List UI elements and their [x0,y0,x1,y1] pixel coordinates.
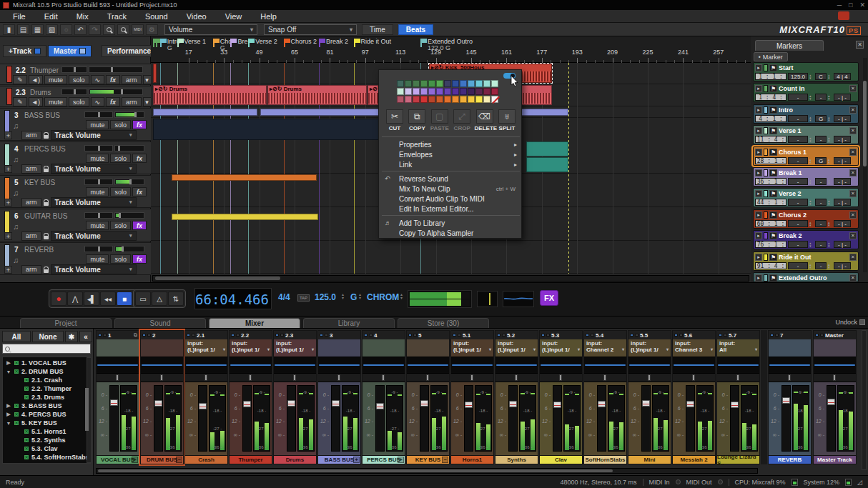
track-visible-checkbox[interactable]: ✕ [14,360,19,366]
strip-volume-fader[interactable] [154,385,163,452]
color-swatch[interactable] [428,88,435,95]
strip-name-label[interactable]: KEY BUS− [407,455,449,464]
strip-name-label[interactable]: SoftHornStabs [584,455,626,464]
marker-timesig-field[interactable]: - | - [834,241,851,248]
mixer-strip-5.1[interactable]: 5.1 Input: (L)Input 1/▾ 0 -6 -12 -∞ - -9… [450,330,494,464]
volume-slider[interactable] [114,212,144,219]
menu-item-edit-in-external-editor-[interactable]: Edit In External Editor... [379,204,523,214]
link-icon[interactable]: ⧉ [134,332,137,338]
strip-volume-fader[interactable] [597,385,606,452]
expand-track-button[interactable]: + [4,199,12,206]
marker-time-field[interactable]: 44 : 1 : 0 [755,199,786,206]
track-visible-checkbox[interactable]: ✕ [14,412,19,417]
tree-item[interactable]: ▼ ✕ 5. KEY BUS [3,419,90,427]
spinner[interactable]: ▴▾ [828,115,832,122]
fx-button[interactable]: fx [132,187,147,196]
tab-store-30-[interactable]: Store (30) [398,318,489,328]
color-swatch[interactable] [405,80,412,87]
marker-key-field[interactable]: G [815,157,827,164]
marker-timesig-field[interactable]: - | - [834,157,851,164]
marker-key-field[interactable]: - [815,262,827,269]
volume-slider[interactable] [114,111,144,118]
spinner[interactable]: ▴▾ [809,241,814,248]
marker-tempo-field[interactable]: - [788,157,808,164]
volume-slider[interactable] [114,246,144,252]
strip-pan-slider[interactable] [540,374,582,382]
color-swatch[interactable] [436,96,443,103]
timeline-ruler[interactable]: 1733496581971131291451611771932092252412… [151,36,751,63]
mute-button[interactable]: mute [86,154,109,163]
tree-item[interactable]: ▶ ✕ 4. PERCS BUS [3,410,90,419]
color-swatch[interactable] [483,80,490,87]
marker-timesig-field[interactable]: - | - [834,178,851,185]
zoom-out-icon[interactable] [117,24,129,35]
marker-card-extended-outro[interactable]: ▸ ⚑ Extended Outro ✕ [753,272,859,282]
markers-panel-tab[interactable]: Markers [755,40,824,51]
record-button[interactable]: ● [51,292,66,306]
strip-volume-fader[interactable] [198,385,207,452]
marker-card-count-in[interactable]: ▸ ⚑ Count In ✕ 1 : 4 : 874 -▴▾ -▴▾ - | - [753,83,859,102]
strip-volume-fader[interactable] [781,385,791,452]
fx-button[interactable]: fx [132,221,147,230]
spinner[interactable]: ▴▾ [828,241,832,248]
track-volume-dropdown[interactable]: Track Volume▾ [51,264,137,274]
pencil-icon[interactable]: ✎ [13,97,27,106]
master-eq-curve[interactable] [503,291,534,307]
fx-button[interactable]: fx [106,75,120,84]
tree-item[interactable]: ✕ 2.1. Crash [3,376,90,384]
strip-volume-fader[interactable] [686,385,695,452]
color-swatch[interactable] [397,96,404,103]
menu-item-copy-to-alpha-sampler[interactable]: Copy To Alpha Sampler [379,228,523,238]
tree-item[interactable]: ✕ 2.3. Drums [3,393,90,402]
marker-card-chorus-1[interactable]: ▸ ⚑ Chorus 1 ✕ 28 : 1 : 0 -▴▾ G▴▾ - | - [753,146,859,166]
strip-pan-slider[interactable] [141,374,183,382]
time-display[interactable]: 66:04.466 [194,288,272,309]
split-button[interactable]: ♅SPLIT [497,109,517,131]
expand-track-button[interactable]: + [4,131,12,139]
scrollbar-thumb[interactable] [863,81,867,166]
input-dropdown[interactable]: All▾ [719,347,757,353]
marker-timesig-field[interactable]: - | - [834,220,851,227]
spinner[interactable]: ▴▾ [809,73,814,80]
menu-track[interactable]: Track [99,11,135,22]
marker-name[interactable]: Break 2 [779,232,848,239]
rewind-button[interactable]: ◂◂ [100,292,116,306]
track-visible-checkbox[interactable]: ✕ [24,446,29,452]
track-color-strip[interactable] [6,66,12,83]
spinner[interactable]: ▴▾ [809,136,814,143]
marker-card-intro[interactable]: ▸ ⚑ Intro ✕ 4 : 1 : 0 -▴▾ G▴▾ - | - [753,104,859,124]
arm-button[interactable]: arm [122,97,142,106]
gear-icon[interactable]: ✱ [65,331,78,342]
marker-tempo-field[interactable]: 125.0 [788,73,808,80]
expand-track-button[interactable]: + [4,266,12,274]
solo-button[interactable]: solo [110,154,131,163]
mixer-horizontal-scrollbar[interactable] [96,468,758,474]
undo-icon[interactable]: ↶ [74,24,87,35]
marker-key-field[interactable]: C [815,73,827,80]
input-dropdown[interactable]: (L)Input 1/▾ [542,347,580,353]
color-swatch[interactable] [428,96,435,103]
track-header-2.2[interactable]: 2.2 Thumper ✎ ◄) mute solo ∿ fx arm ▾ [0,64,151,85]
mute-button[interactable]: mute [86,187,109,196]
track-name[interactable]: BASS BUS [24,111,60,119]
strip-name-label[interactable]: Thumper [230,455,272,464]
strip-pan-slider[interactable] [185,374,227,382]
strip-eq-curve[interactable] [769,357,811,374]
mixer-strip-5.2[interactable]: 5.2 Input: (L)Input 1/▾ 0 -6 -12 -∞ - -9… [495,330,538,464]
solo-button[interactable]: solo [69,97,89,106]
lock-icon[interactable] [44,202,49,206]
tree-expand-arrow[interactable]: ▶ [6,360,11,366]
master-fx-button[interactable]: FX [540,290,558,306]
marker-timesig-field[interactable]: - | - [834,94,851,101]
strip-pan-slider[interactable] [318,374,360,382]
spinner[interactable]: ▴▾ [809,115,814,122]
color-swatch[interactable] [428,80,435,87]
solo-button[interactable]: solo [110,120,131,129]
marker-expand-button[interactable]: ▸ [755,127,762,134]
strip-eq-curve[interactable] [97,357,139,374]
pan-slider[interactable] [84,246,113,252]
strip-pan-slider[interactable] [451,374,493,382]
color-swatch[interactable] [436,80,443,87]
pan-slider[interactable] [84,179,113,185]
input-dropdown[interactable]: (L)Input 1/▾ [187,347,225,353]
